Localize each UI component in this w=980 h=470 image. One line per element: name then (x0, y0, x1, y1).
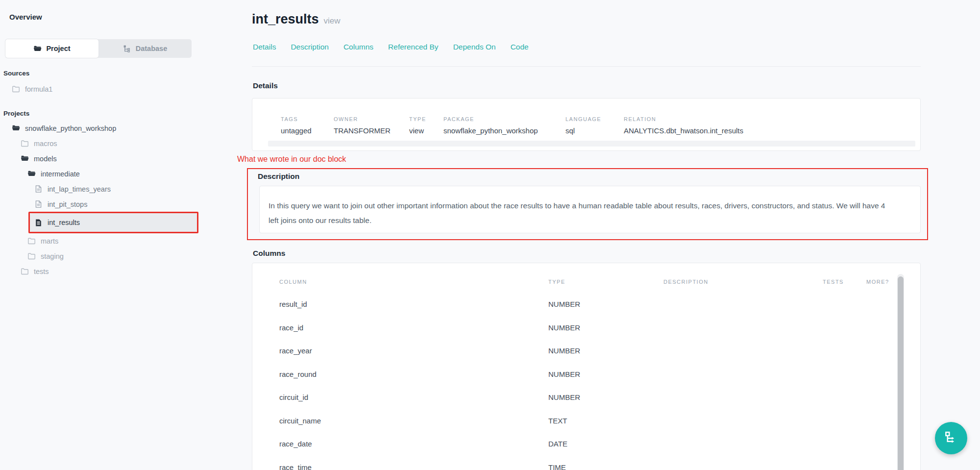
detail-label: RELATION (624, 116, 920, 122)
detail-value-relation: ANALYTICS.dbt_hwatson.int_results (624, 126, 920, 135)
scrollbar-thumb[interactable] (898, 276, 904, 470)
lineage-graph-button[interactable] (935, 422, 967, 454)
table-row-race-round[interactable]: race_round NUMBER (252, 363, 920, 386)
file-filled-icon (34, 219, 43, 227)
column-header-description: DESCRIPTION (663, 279, 823, 285)
sidebar-item-int-lap-times-years[interactable]: int_lap_times_years (0, 181, 200, 197)
sidebar-item-formula1[interactable]: formula1 (0, 81, 200, 97)
folder-closed-icon (27, 252, 36, 260)
tab-description[interactable]: Description (291, 43, 329, 51)
sidebar-item-tests[interactable]: tests (0, 264, 200, 279)
sidebar: Overview Project Database Sources formul… (0, 0, 200, 470)
details-card: TAGS OWNER TYPE PACKAGE LANGUAGE RELATIO… (252, 98, 921, 151)
sidebar-item-staging[interactable]: staging (0, 248, 200, 264)
tab-details[interactable]: Details (253, 43, 276, 51)
sidebar-item-marts[interactable]: marts (0, 233, 200, 248)
detail-value-type: view (409, 126, 443, 135)
column-type: TEXT (548, 417, 663, 425)
tree-label: int_pit_stops (48, 200, 87, 208)
table-row-circuit-id[interactable]: circuit_id NUMBER (252, 386, 920, 409)
details-section-heading: Details (253, 81, 278, 90)
main-content: int_results view Details Description Col… (252, 0, 921, 470)
column-name: circuit_name (279, 417, 548, 425)
tree-label: snowflake_python_workshop (25, 124, 116, 132)
sidebar-item-int-results-selected[interactable]: int_results (30, 213, 197, 232)
tree-label: staging (41, 252, 64, 260)
source-label: formula1 (25, 85, 52, 93)
column-name: race_time (279, 463, 548, 470)
column-type: DATE (548, 440, 663, 448)
detail-label: TAGS (281, 116, 334, 122)
column-header-type: TYPE (548, 279, 663, 285)
column-name: result_id (279, 300, 548, 308)
table-row-race-id[interactable]: race_id NUMBER (252, 316, 920, 340)
tree-label: int_results (48, 219, 80, 226)
table-row-result-id[interactable]: result_id NUMBER (252, 293, 920, 316)
column-name: race_id (279, 323, 548, 332)
column-type: NUMBER (548, 393, 663, 401)
table-row-race-time[interactable]: race_time TIME (252, 456, 920, 470)
folder-open-icon (21, 154, 29, 163)
table-row-race-date[interactable]: race_date DATE (252, 432, 920, 456)
file-icon (34, 200, 43, 208)
tree-label: marts (41, 237, 58, 245)
column-header-more: MORE? (866, 279, 920, 285)
page-subtitle: view (324, 16, 341, 26)
columns-section-heading: Columns (253, 249, 285, 258)
details-collapsed-strip (268, 141, 915, 147)
column-name: race_round (279, 370, 548, 378)
description-text: In this query we want to join out other … (269, 198, 893, 228)
column-name: race_year (279, 346, 548, 355)
folder-closed-icon (12, 85, 20, 93)
tab-referenced-by[interactable]: Referenced By (388, 43, 439, 51)
columns-table-header: COLUMN TYPE DESCRIPTION TESTS MORE? (252, 263, 920, 285)
detail-value-owner: TRANSFORMER (334, 126, 409, 135)
column-header-column: COLUMN (279, 279, 548, 285)
folder-open-icon (12, 124, 20, 132)
folder-closed-icon (21, 267, 29, 275)
scrollbar-track[interactable] (897, 274, 904, 470)
table-row-race-year[interactable]: race_year NUMBER (252, 339, 920, 363)
tree-label: tests (34, 268, 49, 275)
dbt-docs-page: Overview Project Database Sources formul… (0, 0, 980, 470)
sidebar-item-intermediate[interactable]: intermediate (0, 166, 200, 181)
sidebar-item-models[interactable]: models (0, 151, 200, 166)
column-type: NUMBER (548, 323, 663, 332)
column-type: NUMBER (548, 300, 663, 308)
tree-label: int_lap_times_years (48, 185, 111, 193)
description-card: In this query we want to join out other … (259, 186, 921, 233)
tree-label: intermediate (41, 170, 80, 178)
projects-heading: Projects (3, 110, 29, 117)
database-toggle-label: Database (136, 45, 167, 52)
column-type: TIME (548, 463, 663, 470)
database-toggle-button[interactable]: Database (98, 39, 192, 58)
sidebar-item-snowflake-python-workshop[interactable]: snowflake_python_workshop (0, 121, 200, 136)
details-grid: TAGS OWNER TYPE PACKAGE LANGUAGE RELATIO… (252, 99, 920, 135)
tab-code[interactable]: Code (511, 43, 529, 51)
project-toggle-button[interactable]: Project (5, 39, 98, 58)
description-section-heading: Description (258, 172, 299, 181)
tab-columns[interactable]: Columns (343, 43, 373, 51)
tree-label: macros (34, 140, 57, 148)
detail-value-tags: untagged (281, 126, 334, 135)
folder-open-icon (27, 170, 36, 178)
columns-table-body: result_id NUMBER race_id NUMBER race_yea… (252, 293, 920, 470)
sidebar-item-macros[interactable]: macros (0, 136, 200, 151)
overview-heading: Overview (9, 13, 42, 21)
sources-heading: Sources (3, 70, 29, 77)
divider (252, 66, 921, 67)
table-row-circuit-name[interactable]: circuit_name TEXT (252, 409, 920, 433)
annotation-text: What we wrote in our doc block (237, 155, 346, 164)
view-mode-toggle: Project Database (5, 39, 192, 58)
tree-label: models (34, 155, 57, 163)
tab-depends-on[interactable]: Depends On (453, 43, 496, 51)
annotation-red-box-description: Description In this query we want to joi… (247, 168, 928, 240)
sidebar-item-int-pit-stops[interactable]: int_pit_stops (0, 197, 200, 212)
lineage-graph-icon (944, 430, 958, 446)
detail-value-package: snowflake_python_workshop (443, 126, 565, 135)
file-icon (34, 185, 43, 193)
title-row: int_results view (252, 12, 341, 27)
detail-label: LANGUAGE (565, 116, 624, 122)
folder-closed-icon (21, 139, 29, 148)
project-tree: snowflake_python_workshop macros models … (0, 121, 200, 279)
